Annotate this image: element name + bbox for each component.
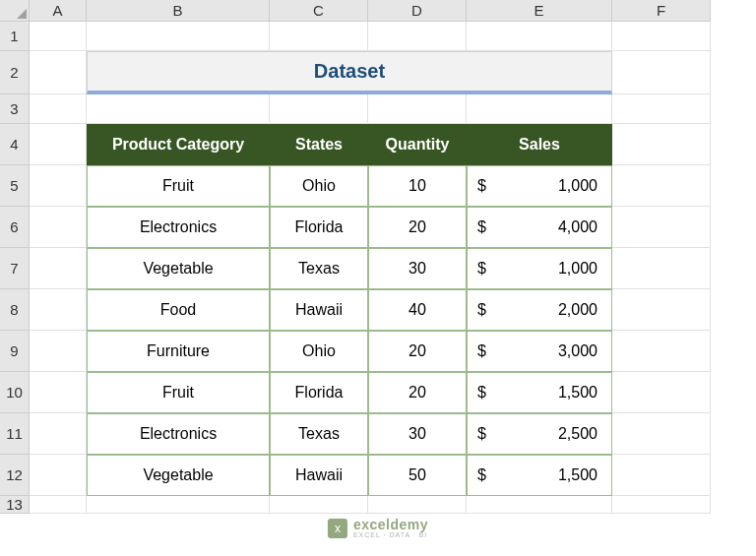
table-cell[interactable]: Electronics (87, 413, 270, 455)
table-cell[interactable]: 30 (368, 413, 467, 455)
cell-f7[interactable] (612, 248, 711, 289)
header-quantity[interactable]: Quantity (368, 124, 467, 165)
table-cell[interactable]: 10 (368, 165, 467, 207)
table-cell[interactable]: Ohio (270, 165, 368, 207)
spreadsheet-grid[interactable]: A B C D E F 1 2 Dataset 3 4 Product Cate… (0, 0, 756, 514)
cell-f9[interactable] (612, 331, 711, 372)
table-cell[interactable]: Food (87, 289, 270, 331)
cell-f10[interactable] (612, 372, 711, 413)
watermark: x exceldemy EXCEL · DATA · BI (328, 518, 428, 538)
table-cell[interactable]: Fruit (87, 165, 270, 207)
col-head-b[interactable]: B (87, 0, 270, 22)
table-cell[interactable]: Furniture (87, 331, 270, 372)
cell-c1[interactable] (270, 22, 368, 51)
cell-d13[interactable] (368, 496, 467, 514)
col-head-c[interactable]: C (270, 0, 368, 22)
select-all-corner[interactable] (0, 0, 30, 22)
col-head-e[interactable]: E (467, 0, 612, 22)
table-cell[interactable]: 20 (368, 372, 467, 413)
table-cell[interactable]: Ohio (270, 331, 368, 372)
table-cell[interactable]: 30 (368, 248, 467, 289)
cell-a8[interactable] (30, 289, 87, 331)
row-head-5[interactable]: 5 (0, 165, 30, 207)
row-head-12[interactable]: 12 (0, 455, 30, 496)
cell-a6[interactable] (30, 207, 87, 248)
cell-e1[interactable] (467, 22, 612, 51)
row-head-7[interactable]: 7 (0, 248, 30, 289)
table-cell[interactable]: Florida (270, 372, 368, 413)
row-head-13[interactable]: 13 (0, 496, 30, 514)
table-cell[interactable]: $2,000 (467, 289, 612, 331)
watermark-icon: x (328, 519, 347, 538)
cell-d3[interactable] (368, 94, 467, 124)
cell-a2[interactable] (30, 51, 87, 94)
row-head-3[interactable]: 3 (0, 94, 30, 124)
header-product-category[interactable]: Product Category (87, 124, 270, 165)
cell-f6[interactable] (612, 207, 711, 248)
cell-d1[interactable] (368, 22, 467, 51)
cell-f1[interactable] (612, 22, 711, 51)
cell-f8[interactable] (612, 289, 711, 331)
dataset-title[interactable]: Dataset (87, 51, 612, 94)
table-cell[interactable]: Texas (270, 413, 368, 455)
cell-f12[interactable] (612, 455, 711, 496)
row-head-10[interactable]: 10 (0, 372, 30, 413)
row-head-4[interactable]: 4 (0, 124, 30, 165)
table-cell[interactable]: Electronics (87, 207, 270, 248)
table-cell[interactable]: Vegetable (87, 455, 270, 496)
col-head-a[interactable]: A (30, 0, 87, 22)
cell-a10[interactable] (30, 372, 87, 413)
table-cell[interactable]: Hawaii (270, 455, 368, 496)
table-cell[interactable]: 40 (368, 289, 467, 331)
table-cell[interactable]: Florida (270, 207, 368, 248)
table-cell[interactable]: $4,000 (467, 207, 612, 248)
cell-a3[interactable] (30, 94, 87, 124)
cell-c13[interactable] (270, 496, 368, 514)
cell-f13[interactable] (612, 496, 711, 514)
table-cell[interactable]: 50 (368, 455, 467, 496)
cell-b13[interactable] (87, 496, 270, 514)
table-cell[interactable]: $1,500 (467, 372, 612, 413)
currency-symbol: $ (477, 342, 486, 360)
table-cell[interactable]: $2,500 (467, 413, 612, 455)
row-head-6[interactable]: 6 (0, 207, 30, 248)
table-cell[interactable]: Texas (270, 248, 368, 289)
cell-a11[interactable] (30, 413, 87, 455)
col-head-f[interactable]: F (612, 0, 711, 22)
table-cell[interactable]: Fruit (87, 372, 270, 413)
table-cell[interactable]: 20 (368, 207, 467, 248)
currency-symbol: $ (477, 218, 486, 236)
cell-e13[interactable] (467, 496, 612, 514)
cell-a1[interactable] (30, 22, 87, 51)
table-cell[interactable]: Hawaii (270, 289, 368, 331)
cell-f2[interactable] (612, 51, 711, 94)
cell-a9[interactable] (30, 331, 87, 372)
header-sales[interactable]: Sales (467, 124, 612, 165)
row-head-1[interactable]: 1 (0, 22, 30, 51)
header-states[interactable]: States (270, 124, 368, 165)
row-head-11[interactable]: 11 (0, 413, 30, 455)
cell-f5[interactable] (612, 165, 711, 207)
cell-b1[interactable] (87, 22, 270, 51)
cell-f3[interactable] (612, 94, 711, 124)
table-cell[interactable]: $1,000 (467, 248, 612, 289)
cell-a5[interactable] (30, 165, 87, 207)
table-cell[interactable]: $1,500 (467, 455, 612, 496)
row-head-9[interactable]: 9 (0, 331, 30, 372)
cell-a4[interactable] (30, 124, 87, 165)
table-cell[interactable]: $1,000 (467, 165, 612, 207)
table-cell[interactable]: Vegetable (87, 248, 270, 289)
table-cell[interactable]: 20 (368, 331, 467, 372)
cell-e3[interactable] (467, 94, 612, 124)
cell-f4[interactable] (612, 124, 711, 165)
table-cell[interactable]: $3,000 (467, 331, 612, 372)
cell-f11[interactable] (612, 413, 711, 455)
row-head-8[interactable]: 8 (0, 289, 30, 331)
cell-a7[interactable] (30, 248, 87, 289)
cell-c3[interactable] (270, 94, 368, 124)
cell-a13[interactable] (30, 496, 87, 514)
cell-b3[interactable] (87, 94, 270, 124)
cell-a12[interactable] (30, 455, 87, 496)
col-head-d[interactable]: D (368, 0, 467, 22)
row-head-2[interactable]: 2 (0, 51, 30, 94)
